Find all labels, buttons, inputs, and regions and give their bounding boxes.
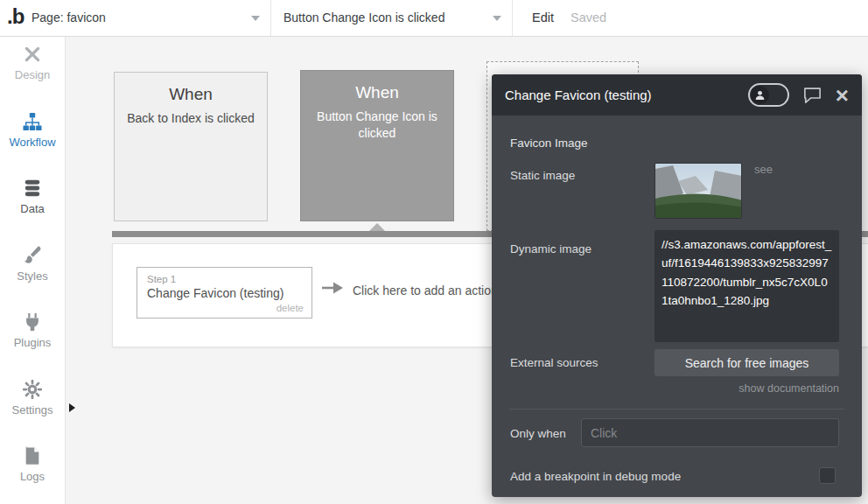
modal-divider bbox=[509, 409, 844, 410]
modal-title: Change Favicon (testing) bbox=[505, 88, 748, 102]
data-icon bbox=[23, 178, 42, 198]
user-avatar-icon bbox=[751, 86, 769, 104]
workflow-icon bbox=[23, 112, 42, 131]
favicon-image-section-label: Favicon Image bbox=[510, 136, 588, 150]
edit-menu[interactable]: Edit bbox=[532, 0, 554, 36]
sidebar-item-plugins[interactable]: Plugins bbox=[0, 312, 65, 368]
workflow-selector-dropdown[interactable]: Button Change Icon is clicked bbox=[271, 0, 513, 36]
static-image-thumbnail[interactable] bbox=[654, 163, 742, 219]
sidebar-item-design[interactable]: Design bbox=[0, 45, 65, 101]
sidebar-item-label: Design bbox=[0, 68, 65, 81]
event-box-back-to-index[interactable]: When Back to Index is clicked bbox=[114, 72, 268, 221]
step-number: Step 1 bbox=[137, 268, 312, 284]
sidebar-item-logs[interactable]: Logs bbox=[0, 446, 65, 502]
only-when-label: Only when bbox=[510, 427, 566, 440]
sidebar-item-label: Plugins bbox=[0, 336, 65, 349]
dynamic-image-value-field[interactable]: //s3.amazonaws.com/appforest_uf/f1619446… bbox=[654, 230, 839, 342]
chevron-down-icon bbox=[493, 16, 501, 21]
page-selector-dropdown[interactable]: Page: favicon bbox=[30, 0, 271, 36]
sidebar-item-settings[interactable]: Settings bbox=[0, 380, 65, 436]
event-title: When bbox=[115, 85, 267, 104]
saved-status: Saved bbox=[570, 0, 606, 36]
page-selector-label: Page: favicon bbox=[32, 10, 106, 24]
see-link[interactable]: see bbox=[754, 163, 773, 176]
external-sources-label: External sources bbox=[510, 356, 598, 369]
sidebar-item-label: Data bbox=[0, 202, 65, 215]
search-free-images-button[interactable]: Search for free images bbox=[654, 349, 839, 376]
sidebar-item-label: Settings bbox=[0, 403, 65, 416]
bubble-logo[interactable]: .b bbox=[7, 4, 24, 29]
show-documentation-link[interactable]: show documentation bbox=[738, 382, 839, 395]
dynamic-image-label: Dynamic image bbox=[510, 242, 592, 256]
arrow-right-icon bbox=[321, 280, 344, 299]
sidebar-item-label: Logs bbox=[0, 470, 65, 483]
breakpoint-label: Add a breakpoint in debug mode bbox=[510, 470, 681, 483]
logs-document-icon bbox=[23, 446, 42, 466]
close-icon[interactable]: × bbox=[836, 87, 849, 104]
workflow-selector-label: Button Change Icon is clicked bbox=[284, 10, 444, 24]
selected-event-caret bbox=[369, 223, 385, 231]
step-delete-link[interactable]: delete bbox=[276, 303, 304, 313]
modal-header[interactable]: Change Favicon (testing) × bbox=[492, 74, 862, 116]
only-when-input[interactable] bbox=[581, 418, 839, 447]
event-title: When bbox=[301, 83, 453, 102]
action-properties-modal: Change Favicon (testing) × Favicon Image… bbox=[492, 74, 862, 497]
sidebar-collapse-handle[interactable] bbox=[69, 403, 75, 412]
event-box-button-change-icon[interactable]: When Button Change Icon is clicked bbox=[300, 70, 454, 221]
breakpoint-checkbox[interactable] bbox=[819, 467, 836, 484]
step-1-action-card[interactable]: Step 1 Change Favicon (testing) delete bbox=[136, 267, 312, 318]
event-subtitle: Back to Index is clicked bbox=[115, 110, 267, 127]
bubble-workflow-editor: .b Page: favicon Button Change Icon is c… bbox=[0, 0, 868, 504]
sidebar-item-label: Workflow bbox=[0, 136, 65, 149]
design-icon bbox=[23, 45, 42, 64]
step-title: Change Favicon (testing) bbox=[137, 286, 312, 300]
plugins-icon bbox=[23, 312, 42, 332]
chevron-down-icon bbox=[251, 16, 260, 21]
sidebar-item-styles[interactable]: Styles bbox=[0, 246, 65, 302]
styles-icon bbox=[23, 246, 42, 265]
left-sidebar: Design Workflow bbox=[0, 37, 66, 504]
sidebar-item-workflow[interactable]: Workflow bbox=[0, 112, 65, 168]
static-image-label: Static image bbox=[510, 169, 575, 182]
event-subtitle: Button Change Icon is clicked bbox=[301, 108, 453, 142]
top-bar: .b Page: favicon Button Change Icon is c… bbox=[0, 0, 868, 37]
sidebar-item-data[interactable]: Data bbox=[0, 178, 65, 234]
sidebar-item-label: Styles bbox=[0, 270, 65, 283]
settings-gear-icon bbox=[23, 380, 42, 399]
chat-icon[interactable] bbox=[803, 87, 822, 103]
user-avatar-pill[interactable] bbox=[748, 83, 789, 107]
